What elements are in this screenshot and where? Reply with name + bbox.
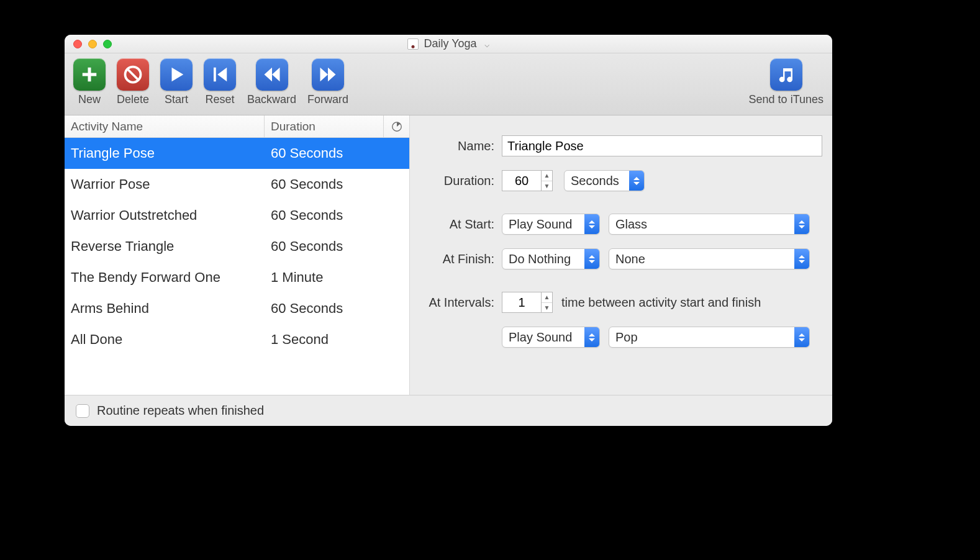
svg-point-0: [412, 45, 415, 48]
forward-label: Forward: [307, 93, 348, 106]
send-to-itunes-button[interactable]: [770, 58, 802, 91]
activity-name: Triangle Pose: [65, 145, 265, 161]
interval-description: time between activity start and finish: [561, 296, 761, 310]
activity-duration: 60 Seconds: [265, 300, 404, 317]
backward-label: Backward: [247, 93, 296, 106]
chevron-updown-icon: [794, 214, 809, 234]
activity-duration: 60 Seconds: [265, 207, 404, 224]
column-activity-name[interactable]: Activity Name: [65, 115, 265, 137]
duration-unit-select[interactable]: Seconds: [564, 170, 645, 191]
label-name: Name:: [415, 139, 502, 153]
backward-button[interactable]: [256, 58, 288, 91]
interval-action-select[interactable]: Play Sound: [502, 327, 600, 348]
name-input[interactable]: [502, 135, 822, 156]
chevron-updown-icon: [584, 214, 599, 234]
fast-forward-icon: [319, 65, 337, 84]
toolbar-send-itunes: Send to iTunes: [749, 58, 823, 106]
label-duration: Duration:: [415, 174, 502, 188]
activity-duration: 1 Minute: [265, 269, 404, 286]
duration-stepper[interactable]: ▲▼: [542, 170, 553, 191]
minimize-window-button[interactable]: [88, 40, 97, 48]
rewind-icon: [263, 65, 281, 84]
document-icon: [407, 38, 419, 50]
activity-name: Arms Behind: [65, 300, 265, 317]
svg-line-2: [127, 69, 138, 80]
interval-sound-select[interactable]: Pop: [609, 327, 810, 348]
no-entry-icon: [124, 65, 142, 84]
interval-stepper[interactable]: ▲▼: [542, 292, 553, 313]
at-start-action-select[interactable]: Play Sound: [502, 214, 600, 235]
footer: Routine repeats when finished: [65, 395, 832, 426]
duration-input[interactable]: [502, 170, 542, 191]
close-window-button[interactable]: [73, 40, 82, 48]
activity-name: Warrior Outstretched: [65, 207, 265, 224]
label-at-finish: At Finish:: [415, 252, 502, 266]
toolbar-delete: Delete: [117, 58, 149, 106]
duration-unit-value: Seconds: [565, 174, 629, 188]
new-button[interactable]: [73, 58, 106, 91]
window-title-text: Daily Yoga: [424, 37, 476, 50]
app-window: Daily Yoga ⌵ New Delete Start R: [65, 35, 832, 426]
reset-button[interactable]: [204, 58, 236, 91]
column-duration[interactable]: Duration: [265, 115, 384, 137]
at-finish-sound-value: None: [609, 252, 794, 266]
toolbar-forward: Forward: [307, 58, 348, 106]
chevron-updown-icon: [794, 327, 809, 347]
activity-name: The Bendy Forward One: [65, 269, 265, 286]
activity-row[interactable]: Arms Behind60 Seconds: [65, 293, 409, 324]
detail-pane: Name: Duration: ▲▼ Seconds At Start: Pla…: [410, 115, 832, 395]
interval-input[interactable]: [502, 292, 542, 313]
activity-duration: 60 Seconds: [265, 145, 404, 161]
at-finish-sound-select[interactable]: None: [609, 248, 810, 269]
zoom-window-button[interactable]: [103, 40, 112, 48]
at-start-sound-select[interactable]: Glass: [609, 214, 810, 235]
window-title: Daily Yoga ⌵: [65, 37, 832, 50]
start-label: Start: [165, 93, 188, 106]
toolbar-reset: Reset: [204, 58, 236, 106]
at-finish-action-select[interactable]: Do Nothing: [502, 248, 600, 269]
at-start-action-value: Play Sound: [502, 217, 584, 232]
activity-duration: 1 Second: [265, 332, 404, 348]
skip-back-icon: [211, 65, 229, 84]
activity-row[interactable]: Reverse Triangle60 Seconds: [65, 231, 409, 262]
interval-sound-value: Pop: [609, 330, 794, 345]
chevron-updown-icon: [584, 249, 599, 269]
repeat-label: Routine repeats when finished: [97, 404, 264, 418]
titlebar: Daily Yoga ⌵: [65, 35, 832, 53]
at-finish-action-value: Do Nothing: [502, 252, 584, 266]
activity-row[interactable]: Triangle Pose60 Seconds: [65, 138, 409, 169]
row-at-finish: At Finish: Do Nothing None: [415, 243, 822, 274]
toolbar-backward: Backward: [247, 58, 296, 106]
toolbar: New Delete Start Reset Backward: [65, 53, 832, 115]
music-note-icon: [777, 65, 796, 84]
column-headers: Activity Name Duration: [65, 115, 409, 138]
toolbar-start: Start: [160, 58, 193, 106]
activity-row[interactable]: Warrior Outstretched60 Seconds: [65, 200, 409, 231]
toolbar-new: New: [73, 58, 106, 106]
reset-label: Reset: [206, 93, 235, 106]
at-start-sound-value: Glass: [609, 217, 794, 232]
row-at-intervals: At Intervals: ▲▼ time between activity s…: [415, 287, 822, 318]
activity-row[interactable]: All Done1 Second: [65, 324, 409, 355]
activity-name: All Done: [65, 332, 265, 348]
chevron-updown-icon: [584, 327, 599, 347]
content-area: Activity Name Duration Triangle Pose60 S…: [65, 115, 832, 395]
new-label: New: [78, 93, 101, 106]
activity-row[interactable]: Warrior Pose60 Seconds: [65, 169, 409, 200]
activity-row[interactable]: The Bendy Forward One1 Minute: [65, 262, 409, 293]
row-name: Name:: [415, 130, 822, 161]
repeat-checkbox[interactable]: [76, 404, 89, 418]
plus-icon: [80, 65, 99, 84]
column-progress[interactable]: [384, 115, 409, 137]
send-to-itunes-label: Send to iTunes: [749, 93, 823, 106]
progress-pie-icon: [391, 121, 402, 132]
traffic-lights: [73, 40, 112, 48]
delete-button[interactable]: [117, 58, 149, 91]
interval-action-value: Play Sound: [502, 330, 584, 345]
forward-button[interactable]: [312, 58, 344, 91]
start-button[interactable]: [160, 58, 193, 91]
activity-list-pane: Activity Name Duration Triangle Pose60 S…: [65, 115, 410, 395]
title-dropdown-chevron-icon[interactable]: ⌵: [484, 39, 489, 49]
activity-name: Warrior Pose: [65, 176, 265, 192]
label-at-intervals: At Intervals:: [415, 296, 502, 310]
